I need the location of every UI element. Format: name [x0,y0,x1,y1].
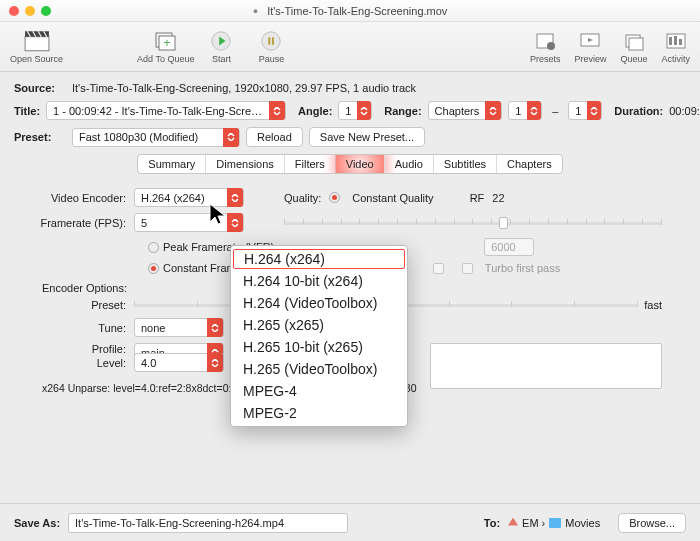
range-mode-select[interactable]: Chapters [428,101,503,120]
dropdown-arrows-icon [485,101,501,120]
range-from-select[interactable]: 1 [508,101,542,120]
pause-button[interactable]: Pause [258,30,284,64]
enc-preset-label: Preset: [38,299,134,311]
activity-button[interactable]: Activity [661,30,690,64]
window-titlebar: ● It's-Time-To-Talk-Eng-Screening.mov [0,0,700,22]
dropdown-arrows-icon [223,128,239,147]
destination-seg-2: Movies [565,517,600,529]
tune-label: Tune: [38,322,134,334]
toolbar: Open Source + Add To Queue Start Pause P… [0,22,700,72]
svg-rect-0 [25,36,49,50]
play-icon [208,30,234,52]
dropdown-arrows-icon [587,101,601,120]
turbo-checkbox [462,263,473,274]
add-to-queue-button[interactable]: + Add To Queue [137,30,194,64]
additional-options-field[interactable] [430,343,662,389]
title-value: 1 - 00:09:42 - It's-Time-To-Talk-Eng-Scr… [53,105,263,117]
add-to-queue-icon: + [153,30,179,52]
preset-value: Fast 1080p30 (Modified) [79,131,217,143]
encoder-option-h265-x265[interactable]: H.265 (x265) [231,314,407,336]
video-encoder-label: Video Encoder: [38,192,134,204]
tab-dimensions[interactable]: Dimensions [206,155,284,173]
video-encoder-dropdown[interactable]: H.264 (x264) H.264 10-bit (x264) H.264 (… [230,245,408,427]
pause-label: Pause [259,54,285,64]
turbo-label: Turbo first pass [485,262,560,274]
start-label: Start [212,54,231,64]
tab-subtitles[interactable]: Subtitles [434,155,497,173]
encoder-option-h265-vt[interactable]: H.265 (VideoToolbox) [231,358,407,380]
angle-label: Angle: [298,105,332,117]
quality-label: Quality: [284,192,321,204]
tab-filters[interactable]: Filters [285,155,336,173]
range-from-value: 1 [515,105,521,117]
preset-label: Preset: [14,131,66,143]
dropdown-arrows-icon [207,318,223,337]
start-button[interactable]: Start [208,30,234,64]
window-title-text: It's-Time-To-Talk-Eng-Screening.mov [267,5,447,17]
dropdown-arrows-icon [527,101,541,120]
presets-icon [532,30,558,52]
preview-button[interactable]: Preview [574,30,606,64]
peak-framerate-radio[interactable] [148,242,159,253]
queue-button[interactable]: Queue [620,30,647,64]
tab-bar: Summary Dimensions Filters Video Audio S… [14,154,686,174]
bottom-bar: Save As: It's-Time-To-Talk-Eng-Screening… [0,503,700,541]
svg-rect-15 [629,38,643,50]
duration-value: 00:09:42 [669,105,700,117]
pause-icon [258,30,284,52]
presets-label: Presets [530,54,561,64]
two-pass-checkbox [433,263,444,274]
activity-icon [663,30,689,52]
queue-icon [621,30,647,52]
dropdown-arrows-icon [207,353,223,372]
svg-rect-19 [679,39,682,45]
destination-seg-1: EM › [522,517,545,529]
svg-rect-17 [669,37,672,45]
presets-button[interactable]: Presets [530,30,561,64]
destination-path[interactable]: EM › Movies [508,517,600,529]
quality-slider[interactable] [284,216,662,230]
save-as-field[interactable]: It's-Time-To-Talk-Eng-Screening-h264.mp4 [68,513,348,533]
angle-select[interactable]: 1 [338,101,372,120]
save-as-value: It's-Time-To-Talk-Eng-Screening-h264.mp4 [75,517,284,529]
dropdown-arrows-icon [269,101,285,120]
encoder-option-mpeg2[interactable]: MPEG-2 [231,402,407,424]
title-select[interactable]: 1 - 00:09:42 - It's-Time-To-Talk-Eng-Scr… [46,101,286,120]
range-label: Range: [384,105,421,117]
tab-video-label: Video [346,158,374,170]
preset-select[interactable]: Fast 1080p30 (Modified) [72,128,240,147]
avg-bitrate-field[interactable]: 6000 [484,238,534,256]
dropdown-arrows-icon [357,101,371,120]
constant-quality-radio[interactable] [329,192,340,203]
preview-icon [577,30,603,52]
level-value: 4.0 [141,357,201,369]
encoder-option-h264-10bit[interactable]: H.264 10-bit (x264) [231,270,407,292]
source-label: Source: [14,82,66,94]
svg-point-7 [262,31,280,49]
open-source-button[interactable]: Open Source [10,30,63,64]
profile-label: Profile: [38,343,134,355]
mouse-cursor-icon [208,202,228,230]
tune-select[interactable]: none [134,318,224,337]
preview-label: Preview [574,54,606,64]
save-new-preset-button[interactable]: Save New Preset... [309,127,425,147]
to-label: To: [484,517,500,529]
tab-chapters[interactable]: Chapters [497,155,562,173]
level-select[interactable]: 4.0 [134,353,224,372]
encoder-option-h265-10bit[interactable]: H.265 10-bit (x265) [231,336,407,358]
tab-video[interactable]: Video [336,155,385,173]
enc-preset-value: fast [644,299,662,311]
encoder-option-h264-x264[interactable]: H.264 (x264) [233,249,405,269]
reload-button[interactable]: Reload [246,127,303,147]
encoder-option-mpeg4[interactable]: MPEG-4 [231,380,407,402]
range-to-select[interactable]: 1 [568,101,602,120]
duration-label: Duration: [614,105,663,117]
constant-framerate-radio[interactable] [148,263,159,274]
source-text: It's-Time-To-Talk-Eng-Screening, 1920x10… [72,82,416,94]
svg-rect-8 [269,37,271,44]
tab-summary[interactable]: Summary [138,155,206,173]
open-source-label: Open Source [10,54,63,64]
encoder-option-h264-vt[interactable]: H.264 (VideoToolbox) [231,292,407,314]
tab-audio[interactable]: Audio [385,155,434,173]
browse-button[interactable]: Browse... [618,513,686,533]
